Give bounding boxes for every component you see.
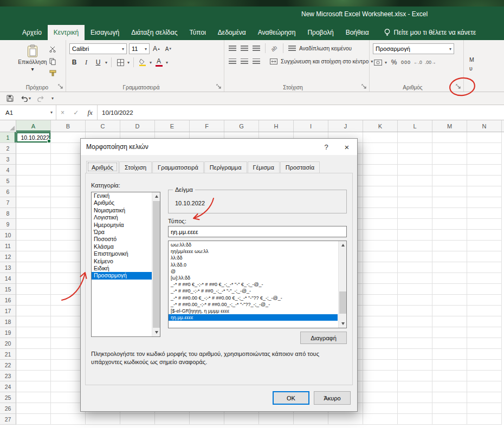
cell-L15[interactable]: [398, 284, 432, 295]
cell-N8[interactable]: [467, 208, 502, 219]
save-button[interactable]: [7, 95, 14, 102]
format-code-item[interactable]: @: [169, 268, 338, 275]
format-code-item[interactable]: _-* # ##0.00 €_-;-* # ##0.00 €_-;_-* "-"…: [169, 295, 338, 301]
cell-M18[interactable]: [432, 316, 467, 327]
cell-N17[interactable]: [467, 306, 502, 316]
align-middle-button[interactable]: [240, 43, 249, 53]
dialog-close-button[interactable]: ×: [337, 139, 357, 155]
cell-M6[interactable]: [432, 186, 467, 197]
cell-N2[interactable]: [467, 143, 502, 154]
column-header-C[interactable]: C: [86, 120, 120, 132]
row-header-2[interactable]: 2: [0, 143, 16, 154]
category-item[interactable]: Γενική: [92, 192, 152, 199]
cut-button[interactable]: [48, 44, 57, 54]
cell-A21[interactable]: [16, 349, 51, 360]
cancel-button[interactable]: Άκυρο: [314, 391, 351, 405]
format-code-item[interactable]: ηη/μμ/εεεε ωω:λλ: [169, 248, 338, 255]
cell-A19[interactable]: [16, 327, 51, 338]
scroll-up-icon[interactable]: [339, 241, 347, 249]
scroll-down-icon[interactable]: [339, 320, 347, 328]
number-format-combobox[interactable]: Προσαρμογή▾: [373, 43, 454, 54]
format-painter-button[interactable]: [48, 68, 57, 78]
cell-I27[interactable]: [294, 414, 328, 425]
cell-C27[interactable]: [86, 414, 120, 425]
cell-M24[interactable]: [432, 381, 467, 392]
cell-A15[interactable]: [16, 284, 51, 295]
dialog-tab-2[interactable]: Στοίχιση: [119, 161, 152, 173]
scrollbar-thumb[interactable]: [339, 291, 346, 314]
cell-A14[interactable]: [16, 273, 51, 284]
format-code-item[interactable]: ωω:λλ:δδ: [169, 242, 338, 248]
cell-L17[interactable]: [398, 306, 432, 316]
cell-L6[interactable]: [398, 186, 432, 197]
cell-N26[interactable]: [467, 403, 502, 414]
align-right-button[interactable]: [251, 56, 261, 66]
undo-button[interactable]: ▾: [20, 95, 31, 102]
format-code-item[interactable]: λλ:δδ: [169, 255, 338, 261]
cell-N5[interactable]: [467, 176, 502, 186]
cell-N14[interactable]: [467, 273, 502, 284]
row-header-17[interactable]: 17: [0, 306, 16, 316]
customize-qat-button[interactable]: ▾: [51, 96, 54, 101]
category-item[interactable]: Νομισματική: [92, 207, 152, 214]
format-code-item[interactable]: ηη.μμ.εεεε: [169, 314, 338, 321]
cell-K8[interactable]: [363, 208, 398, 219]
row-header-6[interactable]: 6: [0, 186, 16, 197]
cell-M5[interactable]: [432, 176, 467, 186]
row-header-13[interactable]: 13: [0, 262, 16, 273]
cell-N1[interactable]: [467, 132, 502, 143]
cancel-entry-button[interactable]: ×: [61, 109, 64, 116]
cell-K6[interactable]: [363, 186, 398, 197]
column-header-K[interactable]: K: [363, 120, 398, 132]
redo-button[interactable]: [37, 95, 45, 102]
cell-L2[interactable]: [398, 143, 432, 154]
column-header-A[interactable]: A: [16, 120, 51, 132]
ribbon-tab-2[interactable]: Κεντρική: [48, 25, 85, 40]
cell-A2[interactable]: [16, 143, 51, 154]
cell-M23[interactable]: [432, 371, 467, 381]
column-header-J[interactable]: J: [328, 120, 363, 132]
cell-A24[interactable]: [16, 381, 51, 392]
column-header-M[interactable]: M: [432, 120, 467, 132]
row-header-25[interactable]: 25: [0, 392, 16, 403]
cell-L9[interactable]: [398, 219, 432, 230]
insert-function-button[interactable]: fx: [88, 108, 93, 117]
cell-L1[interactable]: [398, 132, 432, 143]
dialog-tab-5[interactable]: Γέμισμα: [248, 161, 280, 173]
cell-M14[interactable]: [432, 273, 467, 284]
format-code-input[interactable]: [168, 226, 347, 237]
category-item[interactable]: Προσαρμογή: [92, 272, 152, 279]
row-header-8[interactable]: 8: [0, 208, 16, 219]
cell-N22[interactable]: [467, 360, 502, 371]
cell-L7[interactable]: [398, 197, 432, 208]
merge-center-button[interactable]: [269, 56, 279, 66]
cell-K17[interactable]: [363, 306, 398, 316]
borders-button[interactable]: [115, 57, 125, 67]
decrease-font-button[interactable]: A▼: [164, 44, 173, 54]
cell-A4[interactable]: [16, 165, 51, 176]
cell-L12[interactable]: [398, 251, 432, 262]
cell-A26[interactable]: [16, 403, 51, 414]
select-all-corner[interactable]: [0, 120, 16, 132]
format-code-item[interactable]: _-* # ##0 €_-;-* # ##0 €_-;_-* "-" €_-;_…: [169, 281, 338, 288]
cell-M10[interactable]: [432, 230, 467, 241]
row-header-14[interactable]: 14: [0, 273, 16, 284]
cell-N6[interactable]: [467, 186, 502, 197]
category-item[interactable]: Ημερομηνία: [92, 222, 152, 229]
row-header-16[interactable]: 16: [0, 295, 16, 306]
number-dialog-launcher[interactable]: [455, 83, 462, 90]
cell-M1[interactable]: [432, 132, 467, 143]
cell-K4[interactable]: [363, 165, 398, 176]
cell-A10[interactable]: [16, 230, 51, 241]
cell-A3[interactable]: [16, 154, 51, 165]
cell-K15[interactable]: [363, 284, 398, 295]
format-code-listbox[interactable]: ωω:λλ:δδηη/μμ/εεεε ωω:λλλλ:δδλλ:δδ.0@[ω]…: [168, 241, 347, 328]
cell-K19[interactable]: [363, 327, 398, 338]
cell-E27[interactable]: [155, 414, 190, 425]
increase-font-button[interactable]: A▲: [152, 44, 161, 54]
cell-N19[interactable]: [467, 327, 502, 338]
cell-K14[interactable]: [363, 273, 398, 284]
format-code-item[interactable]: _-* # ##0.00_-;-* # ##0.00_-;_-* "-"??_-…: [169, 301, 338, 308]
cell-M22[interactable]: [432, 360, 467, 371]
ribbon-tab-4[interactable]: Διάταξη σελίδας: [125, 25, 183, 40]
